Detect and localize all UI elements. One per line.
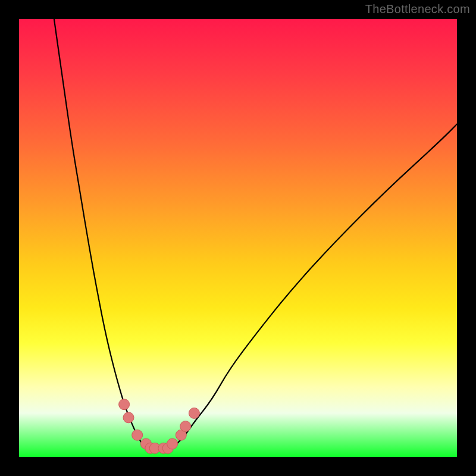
watermark-text: TheBottleneck.com: [365, 2, 470, 16]
curve-layer: [54, 19, 457, 448]
curve-right-branch: [168, 124, 457, 449]
chart-frame: TheBottleneck.com: [0, 0, 476, 476]
chart-svg: [19, 19, 457, 457]
plot-area: [19, 19, 457, 457]
marker-bead: [132, 430, 143, 440]
marker-bead: [180, 421, 191, 432]
marker-bead: [189, 408, 199, 418]
beads-layer: [119, 399, 200, 454]
marker-bead: [167, 439, 178, 449]
marker-bead: [123, 412, 134, 423]
curve-left-branch: [54, 19, 151, 448]
marker-bead: [119, 399, 130, 410]
